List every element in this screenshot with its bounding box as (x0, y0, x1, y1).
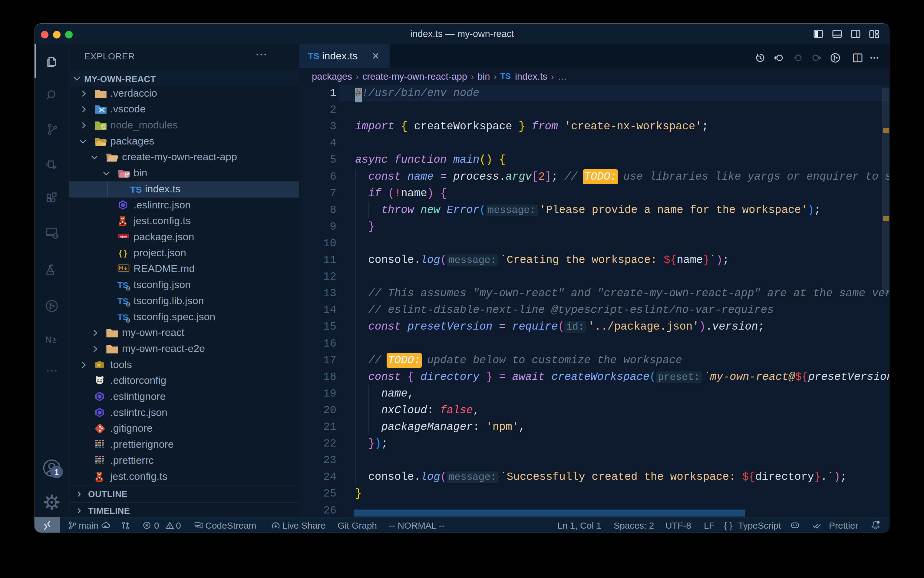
svg-text:N: N (45, 334, 52, 344)
svg-text:{ }: { } (119, 249, 127, 258)
svg-text:npm: npm (120, 234, 127, 238)
svg-text:JS: JS (102, 125, 106, 129)
svg-text:10: 10 (126, 175, 129, 178)
svg-text:TS: TS (130, 185, 142, 195)
